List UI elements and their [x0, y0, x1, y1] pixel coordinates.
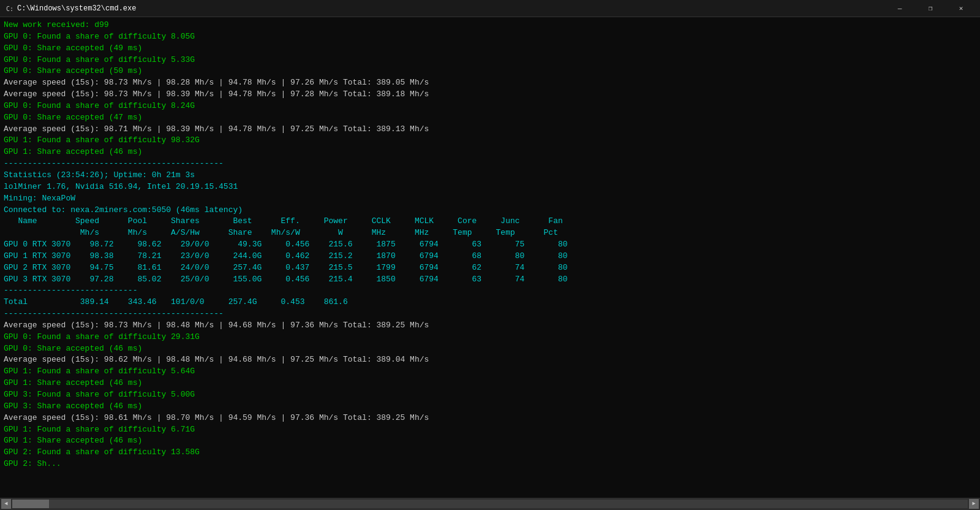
- terminal-line: GPU 3: Share accepted (46 ms): [4, 401, 976, 413]
- terminal-line: GPU 0: Share accepted (47 ms): [4, 112, 976, 124]
- restore-button[interactable]: ❐: [916, 0, 944, 17]
- scrollbar[interactable]: ◄ ►: [0, 498, 980, 510]
- scroll-thumb[interactable]: [12, 500, 49, 508]
- titlebar: C:\ C:\Windows\system32\cmd.exe — ❐ ✕: [0, 0, 980, 17]
- terminal-line: Average speed (15s): 98.73 Mh/s | 98.28 …: [4, 77, 976, 89]
- terminal-line: GPU 1: Found a share of difficulty 5.64G: [4, 366, 976, 378]
- terminal-line: Mining: NexaPoW: [4, 193, 976, 205]
- terminal-line: GPU 2: Sh...: [4, 459, 976, 470]
- terminal-line: Connected to: nexa.2miners.com:5050 (46m…: [4, 205, 976, 216]
- scroll-right-arrow[interactable]: ►: [969, 499, 979, 509]
- close-button[interactable]: ✕: [947, 0, 975, 17]
- terminal-line: Average speed (15s): 98.71 Mh/s | 98.39 …: [4, 124, 976, 135]
- terminal-line: Mh/s Mh/s A/S/Hw Share Mh/s/W W MHz MHz …: [4, 227, 976, 239]
- terminal-line: Average speed (15s): 98.73 Mh/s | 98.48 …: [4, 320, 976, 332]
- terminal-line: Average speed (15s): 98.62 Mh/s | 98.48 …: [4, 354, 976, 366]
- terminal-line: GPU 1: Share accepted (46 ms): [4, 147, 976, 158]
- terminal-line: GPU 1: Share accepted (46 ms): [4, 378, 976, 389]
- terminal-line: GPU 3: Found a share of difficulty 5.00G: [4, 389, 976, 401]
- terminal-line: Average speed (15s): 98.61 Mh/s | 98.70 …: [4, 413, 976, 424]
- terminal-line: ----------------------------------------…: [4, 308, 976, 320]
- terminal-line: lolMiner 1.76, Nvidia 516.94, Intel 20.1…: [4, 181, 976, 193]
- terminal-line: GPU 0: Share accepted (46 ms): [4, 343, 976, 355]
- terminal-line: GPU 2: Found a share of difficulty 13.58…: [4, 447, 976, 459]
- terminal-line: GPU 2 RTX 3070 94.75 81.61 24/0/0 257.4G…: [4, 262, 976, 274]
- terminal-line: GPU 0: Share accepted (50 ms): [4, 66, 976, 77]
- minimize-button[interactable]: —: [886, 0, 914, 17]
- titlebar-controls: — ❐ ✕: [886, 0, 975, 17]
- terminal-line: Average speed (15s): 98.73 Mh/s | 98.39 …: [4, 89, 976, 101]
- terminal-line: Statistics (23:54:26); Uptime: 0h 21m 3s: [4, 170, 976, 181]
- cmd-icon: C:\: [5, 4, 13, 13]
- terminal-line: GPU 0: Found a share of difficulty 29.31…: [4, 332, 976, 343]
- terminal-line: GPU 3 RTX 3070 97.28 85.02 25/0/0 155.0G…: [4, 274, 976, 286]
- terminal-line: GPU 0: Found a share of difficulty 8.05G: [4, 31, 976, 43]
- terminal-line: GPU 1: Found a share of difficulty 6.71G: [4, 424, 976, 436]
- terminal-line: GPU 0: Share accepted (49 ms): [4, 43, 976, 55]
- terminal-line: GPU 1: Found a share of difficulty 98.32…: [4, 135, 976, 147]
- terminal-line: GPU 0: Found a share of difficulty 5.33G: [4, 55, 976, 66]
- terminal-line: GPU 0 RTX 3070 98.72 98.62 29/0/0 49.3G …: [4, 239, 976, 251]
- titlebar-title: C:\Windows\system32\cmd.exe: [17, 4, 136, 13]
- titlebar-left: C:\ C:\Windows\system32\cmd.exe: [5, 4, 136, 13]
- terminal-line: GPU 0: Found a share of difficulty 8.24G: [4, 101, 976, 112]
- terminal-line: Name Speed Pool Shares Best Eff. Power C…: [4, 216, 976, 227]
- terminal-line: GPU 1: Share accepted (46 ms): [4, 435, 976, 447]
- terminal-line: GPU 1 RTX 3070 98.38 78.21 23/0/0 244.0G…: [4, 251, 976, 262]
- scroll-track[interactable]: [12, 500, 968, 508]
- terminal-line: ----------------------------------------…: [4, 158, 976, 170]
- terminal-line: Total 389.14 343.46 101/0/0 257.4G 0.453…: [4, 297, 976, 308]
- terminal-line: ----------------------------: [4, 285, 976, 297]
- terminal-output: New work received: d99GPU 0: Found a sha…: [0, 17, 980, 498]
- terminal-line: New work received: d99: [4, 20, 976, 31]
- scroll-left-arrow[interactable]: ◄: [1, 499, 11, 509]
- svg-text:C:\: C:\: [6, 6, 13, 12]
